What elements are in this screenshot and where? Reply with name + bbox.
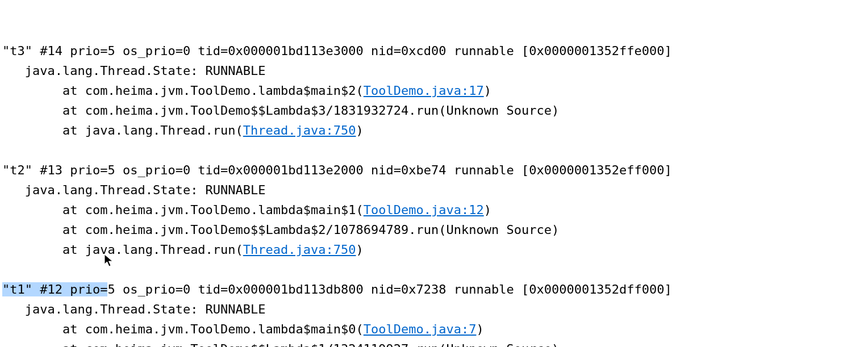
source-link[interactable]: ToolDemo.java:17 [364,83,484,98]
thread-state: java.lang.Thread.State: RUNNABLE [2,64,266,78]
stack-frame: at com.heima.jvm.ToolDemo.lambda$main$1(… [2,203,491,217]
mouse-cursor-icon [104,254,114,267]
source-link[interactable]: ToolDemo.java:7 [364,322,477,336]
thread-header: "t1" #12 prio=5 os_prio=0 tid=0x000001bd… [2,282,672,296]
thread-header: "t3" #14 prio=5 os_prio=0 tid=0x000001bd… [2,44,672,58]
source-link[interactable]: Thread.java:750 [243,123,356,137]
stack-frame: at com.heima.jvm.ToolDemo.lambda$main$2(… [2,83,491,98]
thread-block: "t1" #12 prio=5 os_prio=0 tid=0x000001bd… [2,279,866,347]
thread-header: "t2" #13 prio=5 os_prio=0 tid=0x000001bd… [2,163,672,177]
thread-state: java.lang.Thread.State: RUNNABLE [2,183,266,197]
stack-frame: at com.heima.jvm.ToolDemo$$Lambda$1/1324… [2,342,559,347]
stack-frame: at java.lang.Thread.run(Thread.java:750) [2,123,364,137]
text-selection: "t1" #12 prio= [2,282,107,296]
thread-block: "t3" #14 prio=5 os_prio=0 tid=0x000001bd… [2,41,866,140]
stack-frame: at com.heima.jvm.ToolDemo$$Lambda$3/1831… [2,103,559,118]
stack-frame: at java.lang.Thread.run(Thread.java:750) [2,243,364,257]
source-link[interactable]: Thread.java:750 [243,243,356,257]
stack-frame: at com.heima.jvm.ToolDemo$$Lambda$2/1078… [2,223,559,237]
source-link[interactable]: ToolDemo.java:12 [364,203,484,217]
thread-dump-output[interactable]: "t3" #14 prio=5 os_prio=0 tid=0x000001bd… [2,41,866,347]
thread-block: "t2" #13 prio=5 os_prio=0 tid=0x000001bd… [2,160,866,260]
stack-frame: at com.heima.jvm.ToolDemo.lambda$main$0(… [2,322,484,336]
thread-state: java.lang.Thread.State: RUNNABLE [2,302,266,316]
